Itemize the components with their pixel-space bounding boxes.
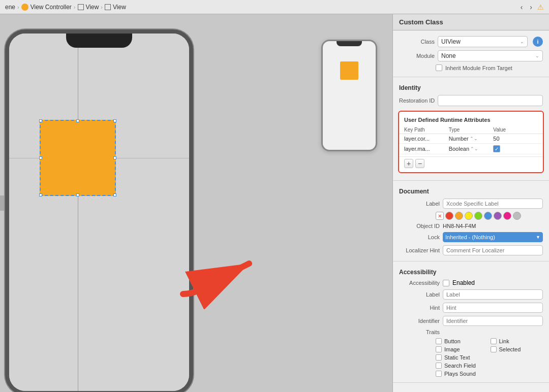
color-swatches-row: ✕ [393, 210, 549, 221]
nav-forward-button[interactable]: › [528, 2, 534, 12]
doc-label-label: Label [399, 201, 440, 207]
acc-label-label: Label [399, 291, 440, 298]
swatch-green[interactable] [474, 212, 482, 220]
resize-handle-bm[interactable] [76, 193, 79, 197]
doc-lock-dropdown[interactable]: Inherited - (Nothing) ▼ [443, 232, 543, 242]
class-stepper[interactable]: ⌄ [520, 39, 524, 44]
udra-row1-type[interactable]: Number ⌃⌄ [449, 136, 494, 142]
udra-row2-checkbox[interactable]: ✓ [493, 145, 500, 152]
udra-col-type: Type [449, 127, 494, 133]
udra-row-1[interactable]: layer.cor... Number ⌃⌄ 50 [399, 134, 543, 144]
udra-row2-key: layer.ma... [404, 146, 449, 152]
doc-localizer-label: Localizer Hint [399, 247, 440, 253]
doc-label-input[interactable] [443, 199, 543, 209]
udra-row2-type-value: Boolean [449, 146, 469, 152]
swatch-red[interactable] [445, 212, 453, 220]
resize-handle-tr[interactable] [113, 119, 116, 122]
doc-localizer-input[interactable] [443, 245, 543, 255]
trait-plays-sound-checkbox[interactable] [436, 371, 442, 377]
acc-label-row: Label [393, 288, 549, 301]
udra-add-button[interactable]: + [404, 159, 413, 168]
udra-row1-stepper[interactable]: ⌃⌄ [470, 136, 478, 141]
class-value: UIView [441, 38, 461, 45]
class-info-button[interactable]: i [533, 37, 543, 47]
module-field-row: Module None ⌄ [393, 49, 549, 63]
resize-handle-bl[interactable] [39, 193, 42, 197]
udra-row-2[interactable]: layer.ma... Boolean ⌃⌄ ✓ [399, 144, 543, 154]
module-input[interactable]: None ⌄ [438, 50, 543, 61]
udra-row2-type[interactable]: Boolean ⌃⌄ [449, 146, 494, 152]
trait-plays-sound: Plays Sound [436, 371, 489, 377]
document-title: Document [393, 185, 549, 197]
identity-title: Identity [393, 81, 549, 93]
trait-search-field-checkbox[interactable] [436, 363, 442, 369]
breadcrumb-view2[interactable]: View [105, 4, 126, 11]
breadcrumb-scene[interactable]: ene [5, 4, 15, 11]
breadcrumb-label: ene [5, 4, 15, 11]
acc-hint-input[interactable] [443, 303, 543, 313]
swatch-yellow[interactable] [465, 212, 473, 220]
trait-plays-sound-label: Plays Sound [444, 371, 476, 377]
acc-identifier-row: Identifier [393, 314, 549, 328]
traits-header-row: Traits [393, 328, 549, 337]
swatch-orange[interactable] [455, 212, 463, 220]
trait-selected-checkbox[interactable] [491, 346, 497, 352]
swatch-purple[interactable] [494, 212, 502, 220]
phone-notch [66, 34, 132, 48]
restoration-id-input[interactable] [438, 95, 543, 106]
accessibility-label: Accessibility [399, 280, 440, 286]
trait-image-label: Image [444, 346, 460, 352]
acc-identifier-label: Identifier [399, 318, 440, 324]
udra-row2-stepper[interactable]: ⌃⌄ [470, 146, 478, 151]
trait-image-checkbox[interactable] [436, 346, 442, 352]
inherit-module-checkbox[interactable] [436, 64, 442, 71]
breadcrumb-view1[interactable]: View [78, 4, 99, 11]
resize-handle-tl[interactable] [39, 119, 42, 122]
inherit-module-label: Inherit Module From Target [445, 65, 512, 71]
custom-class-section: Class UIView ⌄ i Module None ⌄ Inherit M… [393, 30, 549, 77]
acc-label-input[interactable] [443, 289, 543, 300]
view-icon-1 [78, 4, 84, 10]
breadcrumb-viewcontroller[interactable]: View Controller [21, 4, 72, 11]
accessibility-enabled-row: Accessibility Enabled [393, 278, 549, 288]
breadcrumb-sep-1: › [17, 4, 19, 10]
trait-empty2 [491, 363, 543, 369]
mini-phone-preview [321, 40, 377, 151]
accessibility-section: Accessibility Accessibility Enabled Labe… [393, 262, 549, 383]
resize-handle-tm[interactable] [76, 119, 79, 122]
trait-button-checkbox[interactable] [436, 338, 442, 344]
main-layout: › [0, 14, 549, 392]
guide-line-vertical [78, 34, 78, 391]
accessibility-enabled-label: Enabled [452, 279, 475, 286]
class-input[interactable]: UIView ⌄ [438, 36, 528, 47]
resize-handle-ml[interactable] [39, 156, 42, 159]
breadcrumb-bar: ene › View Controller › View › View ‹ › … [0, 0, 549, 14]
swatch-gray[interactable] [513, 212, 521, 220]
panel-header: Custom Class [393, 14, 549, 30]
view-icon-2 [105, 4, 111, 10]
mini-orange-square [340, 61, 358, 80]
class-field-row: Class UIView ⌄ i [393, 35, 549, 49]
doc-objectid-row: Object ID HN8-N4-F4M [393, 221, 549, 231]
swatch-remove[interactable]: ✕ [436, 212, 444, 220]
swatch-blue[interactable] [484, 212, 492, 220]
trait-search-field: Search Field [436, 363, 489, 369]
inherit-module-row: Inherit Module From Target [393, 63, 549, 73]
phone-inner [9, 34, 189, 391]
swatch-pink[interactable] [503, 212, 511, 220]
class-label: Class [399, 39, 435, 45]
canvas-area[interactable]: › [0, 14, 392, 392]
module-stepper[interactable]: ⌄ [535, 53, 539, 58]
trait-link-checkbox[interactable] [491, 338, 497, 344]
trait-static-text-checkbox[interactable] [436, 354, 442, 361]
accessibility-checkbox[interactable] [443, 280, 449, 286]
breadcrumb-sep-3: › [101, 4, 103, 10]
udra-col-keypath: Key Path [404, 127, 449, 133]
resize-handle-mr[interactable] [113, 156, 116, 159]
orange-square-view[interactable] [40, 120, 116, 196]
acc-identifier-input[interactable] [443, 316, 543, 326]
nav-back-button[interactable]: ‹ [518, 2, 525, 12]
breadcrumb-sep-2: › [74, 4, 76, 10]
resize-handle-br[interactable] [113, 193, 116, 197]
udra-remove-button[interactable]: − [415, 159, 424, 168]
